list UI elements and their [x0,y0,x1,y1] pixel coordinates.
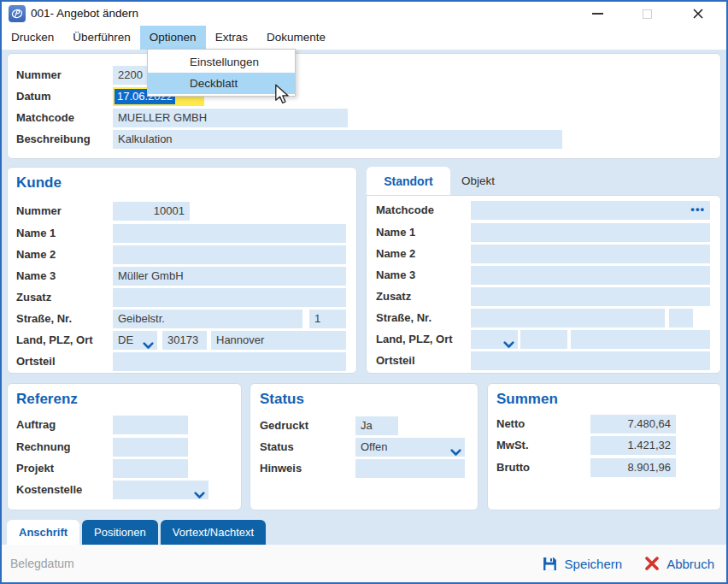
standort-name3-label: Name 3 [376,266,415,285]
kunde-land-dropdown[interactable]: DE [113,331,157,350]
menuitem-einstellungen[interactable]: Einstellungen [148,51,295,73]
standort-zusatz-field[interactable] [471,287,710,306]
window-title: 001- Angebot ändern [31,2,138,26]
netto-value: 7.480,64 [590,415,676,434]
nummer-label: Nummer [16,66,62,85]
menu-dokumente[interactable]: Dokumente [257,26,335,50]
maximize-button[interactable] [636,2,658,26]
tab-objekt[interactable]: Objekt [461,167,495,195]
kunde-name3-field[interactable]: Müller GmbH [113,267,346,286]
projekt-field[interactable] [113,459,188,478]
app-window: 001- Angebot ändern Drucken Überführen O… [0,0,728,584]
menu-extras[interactable]: Extras [206,26,257,50]
cancel-button[interactable]: Abbruch [644,556,714,571]
status-panel: Status Gedruckt Ja Status Offen Hinweis [250,383,478,510]
standort-name3-field[interactable] [471,266,710,285]
summen-title: Summen [496,391,558,408]
kunde-plz-field[interactable]: 30173 [162,331,207,350]
datum-label: Datum [16,87,50,106]
standort-matchcode-label: Matchcode [376,201,434,220]
menubar: Drucken Überführen Optionen Extras Dokum… [2,26,726,50]
standort-name1-label: Name 1 [376,223,415,242]
more-ellipsis-icon[interactable]: ••• [690,201,705,220]
bottom-tabbar: Anschrift Positionen Vortext/Nachtext [7,520,266,545]
beschreibung-label: Beschreibung [16,130,91,149]
close-icon [692,8,704,20]
referenz-title: Referenz [16,391,78,408]
tab-standort[interactable]: Standort [367,167,450,196]
gedruckt-label: Gedruckt [260,416,308,435]
kunde-ortsteil-field[interactable] [113,352,346,371]
mouse-cursor-icon [273,84,291,108]
matchcode-field[interactable]: MUELLER GMBH [113,109,348,127]
kunde-strasse-label: Straße, Nr. [16,310,72,328]
red-x-icon [644,556,660,571]
kunde-ortsteil-label: Ortsteil [16,352,56,371]
footer-bar: Belegdatum Speichern Abbruch [2,545,726,582]
menu-ueberfuehren[interactable]: Überführen [63,26,140,50]
status-label: Status [260,438,294,457]
kunde-panel: Kunde Nummer 10001 Name 1 Name 2 Name 3 … [7,167,357,374]
kunde-zusatz-field[interactable] [113,288,346,307]
standort-matchcode-field[interactable]: ••• [471,201,710,220]
tab-anschrift[interactable]: Anschrift [7,520,79,545]
standort-strasse-field[interactable] [471,309,665,327]
standort-panel: Standort Objekt Matchcode ••• Name 1 Nam… [366,167,721,374]
netto-label: Netto [496,415,525,434]
rechnung-label: Rechnung [16,438,71,457]
standort-ort-field[interactable] [571,330,710,349]
mwst-label: MwSt. [496,436,529,455]
kostenstelle-dropdown[interactable] [113,481,208,499]
kostenstelle-label: Kostenstelle [16,481,82,499]
standort-hausnr-field[interactable] [669,309,693,327]
kunde-zusatz-label: Zusatz [16,288,51,307]
status-dropdown[interactable]: Offen [355,438,465,457]
kunde-name1-field[interactable] [113,224,346,243]
auftrag-field[interactable] [113,416,188,434]
header-panel: Nummer 2200 Datum 17.06.2022 Matchcode M… [7,53,721,159]
tab-vortext-nachtext[interactable]: Vortext/Nachtext [161,520,266,545]
gedruckt-field[interactable]: Ja [355,416,398,435]
hinweis-field[interactable] [355,459,465,478]
referenz-panel: Referenz Auftrag Rechnung Projekt Kosten… [7,383,242,510]
menu-optionen[interactable]: Optionen [140,26,206,50]
standort-name1-field[interactable] [471,223,710,242]
standort-land-dropdown[interactable] [471,330,518,349]
kunde-name3-label: Name 3 [16,267,56,286]
chevron-down-icon [143,337,154,350]
kunde-title: Kunde [16,174,62,192]
standort-strasse-label: Straße, Nr. [376,309,432,327]
standort-zusatz-label: Zusatz [376,287,411,306]
status-title: Status [260,391,304,408]
kunde-name2-field[interactable] [113,245,346,264]
mwst-value: 1.421,32 [590,436,676,455]
standort-ortsteil-label: Ortsteil [376,351,415,370]
menu-drucken[interactable]: Drucken [2,26,63,50]
kunde-hausnr-field[interactable]: 1 [309,310,346,328]
kunde-name2-label: Name 2 [16,245,56,264]
standort-name2-field[interactable] [471,245,710,263]
standort-land-label: Land, PLZ, Ort [376,330,453,349]
statusbar-text: Belegdatum [10,545,74,582]
floppy-disk-icon [542,556,558,572]
auftrag-label: Auftrag [16,416,56,434]
save-button[interactable]: Speichern [542,556,623,572]
kunde-nummer-label: Nummer [16,202,62,221]
rechnung-field[interactable] [113,438,188,457]
tab-positionen[interactable]: Positionen [82,520,158,545]
standort-plz-field[interactable] [520,330,567,349]
close-button[interactable] [687,2,709,26]
chevron-down-icon [450,444,461,457]
standort-ortsteil-field[interactable] [471,351,710,370]
chevron-down-icon [503,336,514,349]
summen-panel: Summen Netto 7.480,64 MwSt. 1.421,32 Bru… [487,383,721,510]
kunde-nummer-field[interactable]: 10001 [113,202,190,221]
minimize-button[interactable] [586,2,608,26]
chevron-down-icon [194,487,205,499]
beschreibung-field[interactable]: Kalkulation [113,130,562,149]
brutto-label: Brutto [496,458,530,477]
projekt-label: Projekt [16,459,54,478]
kunde-strasse-field[interactable]: Geibelstr. [113,310,302,328]
kunde-ort-field[interactable]: Hannover [211,331,346,350]
matchcode-label: Matchcode [16,109,74,127]
